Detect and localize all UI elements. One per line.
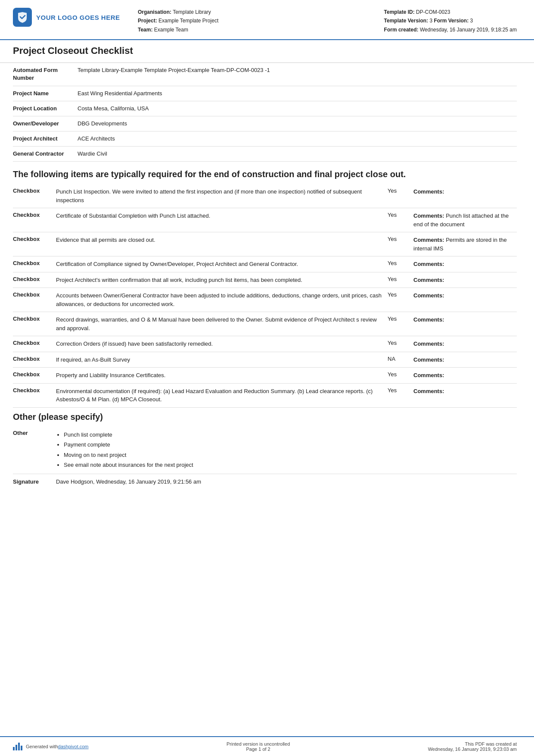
info-value: DBG Developments <box>78 120 517 128</box>
checklist-desc: Punch List Inspection. We were invited t… <box>56 187 388 204</box>
page-title: Project Closeout Checklist <box>13 45 517 56</box>
template-version-label: Template Version: <box>384 18 428 24</box>
checklist-label: Checkbox <box>13 291 56 298</box>
checklist-comments: Comments: <box>413 387 517 396</box>
info-row: Project Name East Wing Residential Apart… <box>13 86 517 101</box>
info-value: East Wing Residential Apartments <box>78 90 517 97</box>
checklist-comments: Comments: <box>413 260 517 269</box>
comments-label: Comments: <box>413 372 444 378</box>
info-value: Template Library-Example Template Projec… <box>78 66 517 74</box>
info-label: Project Name <box>13 90 78 97</box>
logo-text: YOUR LOGO GOES HERE <box>36 14 120 21</box>
info-label: General Contractor <box>13 150 78 158</box>
dashpivot-link[interactable]: dashpivot.com <box>58 744 89 749</box>
pdf-created-value: Wednesday, 16 January 2019, 9:23:03 am <box>428 747 517 752</box>
template-version-value: 3 <box>429 18 432 24</box>
checklist-comments: Comments: <box>413 187 517 196</box>
checklist-row: Checkbox Certification of Compliance sig… <box>13 256 517 272</box>
signature-row: Signature Dave Hodgson, Wednesday, 16 Ja… <box>0 474 534 485</box>
checklist-label: Checkbox <box>13 236 56 242</box>
checklist-row: Checkbox Project Architect's written con… <box>13 272 517 288</box>
comments-label: Comments: <box>413 341 444 347</box>
checklist-status: Yes <box>388 187 413 194</box>
checklist-row: Checkbox Environmental documentation (if… <box>13 384 517 408</box>
logo-svg <box>16 11 28 23</box>
checklist-status: Yes <box>388 236 413 242</box>
team-line: Team: Example Team <box>138 25 384 34</box>
checklist-row: Checkbox Certificate of Substantial Comp… <box>13 208 517 232</box>
checklist-label: Checkbox <box>13 356 56 362</box>
checklist-heading-text: The following items are typically requir… <box>13 169 517 180</box>
info-row: Automated Form Number Template Library-E… <box>13 63 517 86</box>
checklist-label: Checkbox <box>13 212 56 218</box>
checklist-desc: Environmental documentation (if required… <box>56 387 388 404</box>
checklist-status: Yes <box>388 387 413 394</box>
checklist-row: Checkbox Record drawings, warranties, an… <box>13 312 517 336</box>
page-footer: Generated with dashpivot.com Printed ver… <box>0 736 534 756</box>
comments-label: Comments: <box>413 212 444 219</box>
comments-label: Comments: <box>413 188 444 195</box>
header-middle: Organisation: Template Library Project: … <box>125 8 384 34</box>
checklist-table: Checkbox Punch List Inspection. We were … <box>0 184 534 408</box>
info-value: ACE Architects <box>78 135 517 143</box>
checklist-status: Yes <box>388 291 413 298</box>
checklist-row: Checkbox Correction Orders (if issued) h… <box>13 336 517 352</box>
checklist-status: Yes <box>388 316 413 322</box>
checklist-desc: Correction Orders (if issued) have been … <box>56 340 388 348</box>
checklist-desc: If required, an As-Built Survey <box>56 356 388 364</box>
form-created-line: Form created: Wednesday, 16 January 2019… <box>384 25 517 34</box>
info-row: Project Location Costa Mesa, California,… <box>13 101 517 116</box>
checklist-comments: Comments: <box>413 276 517 284</box>
other-label: Other <box>13 430 56 436</box>
checklist-status: Yes <box>388 260 413 266</box>
footer-right: This PDF was created at Wednesday, 16 Ja… <box>428 741 517 752</box>
svg-rect-0 <box>13 747 15 750</box>
team-label: Team: <box>138 27 152 33</box>
generated-text: Generated with <box>26 744 58 749</box>
checklist-label: Checkbox <box>13 187 56 194</box>
info-value: Wardie Civil <box>78 150 517 158</box>
footer-center: Printed version is uncontrolled Page 1 o… <box>227 741 290 752</box>
comments-label: Comments: <box>413 356 444 363</box>
other-row: Other Punch list completePayment complet… <box>13 426 517 474</box>
info-label: Automated Form Number <box>13 66 78 82</box>
other-value: Punch list completePayment completeMovin… <box>56 430 517 470</box>
svg-rect-2 <box>18 743 20 750</box>
project-line: Project: Example Template Project <box>138 16 384 25</box>
list-item: Punch list complete <box>64 430 517 440</box>
info-value: Costa Mesa, California, USA <box>78 105 517 112</box>
checklist-comments: Comments: <box>413 371 517 380</box>
checklist-comments: Comments: <box>413 356 517 364</box>
checklist-label: Checkbox <box>13 340 56 346</box>
footer-left: Generated with dashpivot.com <box>13 743 89 750</box>
signature-value: Dave Hodgson, Wednesday, 16 January 2019… <box>56 478 201 485</box>
checklist-status: Yes <box>388 340 413 346</box>
template-id-value: DP-COM-0023 <box>416 9 450 15</box>
page-number: Page 1 of 2 <box>227 747 290 752</box>
info-row: General Contractor Wardie Civil <box>13 147 517 162</box>
form-version-value: 3 <box>470 18 473 24</box>
checklist-comments: Comments: Permits are stored in the inte… <box>413 236 517 253</box>
info-label: Project Architect <box>13 135 78 143</box>
org-value: Template Library <box>173 9 211 15</box>
form-created-label: Form created: <box>384 27 419 33</box>
checklist-desc: Accounts between Owner/General Contracto… <box>56 291 388 308</box>
team-value: Example Team <box>154 27 188 33</box>
other-heading: Other (please specify) <box>13 412 517 422</box>
comments-label: Comments: <box>413 261 444 267</box>
other-section: Other (please specify) Other Punch list … <box>0 408 534 474</box>
checklist-comments: Comments: <box>413 340 517 348</box>
template-version-line: Template Version: 3 Form Version: 3 <box>384 16 517 25</box>
checklist-desc: Evidence that all permits are closed out… <box>56 236 388 244</box>
checklist-row: Checkbox If required, an As-Built Survey… <box>13 352 517 368</box>
list-item: Payment complete <box>64 440 517 450</box>
checklist-label: Checkbox <box>13 276 56 282</box>
info-label: Owner/Developer <box>13 120 78 128</box>
info-label: Project Location <box>13 105 78 112</box>
org-line: Organisation: Template Library <box>138 8 384 16</box>
comments-label: Comments: <box>413 316 444 323</box>
template-id-label: Template ID: <box>384 9 415 15</box>
comments-label: Comments: <box>413 277 444 283</box>
checklist-row: Checkbox Accounts between Owner/General … <box>13 288 517 312</box>
checklist-label: Checkbox <box>13 260 56 266</box>
